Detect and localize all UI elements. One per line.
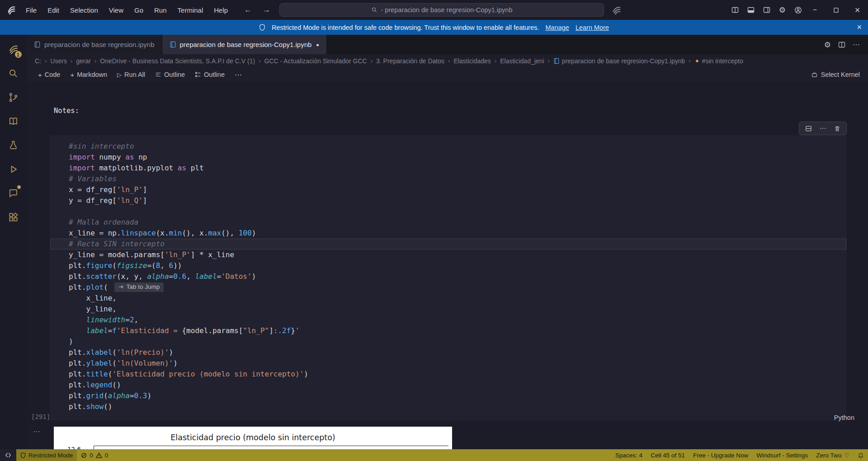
sidebar-item-search[interactable] bbox=[5, 65, 22, 81]
code-line[interactable]: x = df_reg['ln_P'] bbox=[50, 184, 846, 195]
forward-arrow-icon[interactable]: → bbox=[261, 5, 272, 15]
breadcrumb-item[interactable]: Users bbox=[49, 57, 68, 65]
breadcrumb-item[interactable]: GCC - Actualización Simulador GCC bbox=[264, 57, 368, 65]
sidebar-item-testing[interactable] bbox=[5, 137, 22, 153]
breadcrumb-item[interactable]: gerar bbox=[75, 57, 92, 65]
sidebar-item-cascade[interactable]: 1 bbox=[5, 41, 22, 57]
sidebar-item-extensions[interactable] bbox=[5, 209, 22, 225]
code-line[interactable]: plt.figure(figsize=(8, 6)) bbox=[50, 260, 846, 271]
layout-sidebar-right-icon[interactable] bbox=[763, 6, 770, 14]
code-line[interactable]: ) bbox=[50, 336, 846, 347]
add-code-button[interactable]: + Code bbox=[34, 70, 64, 80]
code-line[interactable]: # Malla ordenada bbox=[50, 217, 846, 228]
cell-language-picker[interactable]: Python bbox=[834, 414, 854, 421]
notebook-toolbar: + Code + Markdown ▷ Run All Outline Outl… bbox=[27, 67, 868, 82]
code-line[interactable]: plt.title('Elasticidad precio (modelo si… bbox=[50, 369, 846, 380]
code-line[interactable]: # Recta SIN intercepto bbox=[50, 239, 846, 249]
breadcrumb-item[interactable]: #sin intercepto bbox=[693, 57, 744, 65]
menu-run[interactable]: Run bbox=[149, 4, 172, 16]
sidebar-item-chat[interactable] bbox=[5, 185, 22, 201]
split-cell-icon[interactable] bbox=[802, 123, 815, 134]
code-line[interactable]: y_line = model.params['ln_P'] * x_line bbox=[50, 249, 846, 260]
code-line[interactable]: plt.plot(⇥Tab to Jump bbox=[50, 282, 846, 293]
breadcrumb-item[interactable]: Elasticidad_jeni bbox=[499, 57, 545, 65]
code-line[interactable]: plt.ylabel('ln(Volumen)') bbox=[50, 358, 846, 369]
minimize-button[interactable]: − bbox=[804, 0, 826, 20]
tab-regresion-copy1-ipynb[interactable]: preparacion de base regresion-Copy1.ipyn… bbox=[162, 35, 327, 54]
code-line[interactable]: plt.scatter(x, y, alpha=0.6, label='Dato… bbox=[50, 271, 846, 282]
code-line[interactable]: plt.grid(alpha=0.3) bbox=[50, 390, 846, 401]
code-line[interactable]: plt.legend() bbox=[50, 380, 846, 390]
menu-go[interactable]: Go bbox=[129, 4, 148, 16]
layout-columns-icon[interactable] bbox=[731, 6, 739, 14]
breadcrumb-item[interactable]: 3. Preparación de Datos bbox=[375, 57, 445, 65]
indentation-status[interactable]: Spaces: 4 bbox=[611, 449, 646, 461]
banner-close-icon[interactable]: × bbox=[857, 23, 862, 32]
code-line[interactable]: x_line, bbox=[50, 293, 846, 304]
code-line[interactable]: label=f'Elasticidad = {model.params["ln_… bbox=[50, 325, 846, 336]
code-line[interactable]: #sin intercepto bbox=[50, 141, 846, 152]
manage-link[interactable]: Manage bbox=[546, 24, 569, 31]
menu-file[interactable]: File bbox=[21, 4, 42, 16]
run-all-button[interactable]: ▷ Run All bbox=[113, 70, 149, 80]
error-icon bbox=[81, 452, 87, 458]
breadcrumb-item[interactable]: OneDrive - Business Data Scientists, S.A… bbox=[99, 57, 256, 65]
code-cell[interactable]: #sin interceptoimport numpy as npimport … bbox=[50, 135, 847, 421]
menu-help[interactable]: Help bbox=[209, 4, 233, 16]
windsurf-settings-status[interactable]: Windsurf - Settings bbox=[752, 449, 812, 461]
code-line[interactable]: plt.show() bbox=[50, 401, 846, 412]
output-more-actions-icon[interactable]: ⋯ bbox=[33, 427, 41, 436]
modified-dot-icon[interactable]: ● bbox=[316, 42, 319, 47]
layout-panel-icon[interactable] bbox=[747, 6, 755, 14]
chart-axes-left-border bbox=[94, 446, 94, 449]
delete-cell-icon[interactable] bbox=[831, 123, 844, 134]
settings-gear-icon[interactable]: ⚙ bbox=[779, 5, 786, 14]
code-line[interactable]: y_line, bbox=[50, 304, 846, 315]
upgrade-status[interactable]: Free - Upgrade Now bbox=[689, 449, 752, 461]
account-icon[interactable] bbox=[794, 6, 802, 14]
remote-indicator[interactable] bbox=[0, 449, 16, 461]
notifications-bell[interactable] bbox=[854, 449, 868, 461]
cell-toolbar: ⋯ bbox=[799, 122, 847, 135]
split-editor-icon[interactable] bbox=[838, 41, 845, 48]
code-line[interactable]: x_line = np.linspace(x.min(), x.max(), 1… bbox=[50, 228, 846, 239]
code-line[interactable]: plt.xlabel('ln(Precio)') bbox=[50, 347, 846, 358]
menu-selection[interactable]: Selection bbox=[65, 4, 103, 16]
tab-to-jump-hint[interactable]: ⇥Tab to Jump bbox=[114, 282, 164, 292]
problems-status[interactable]: 0 0 bbox=[77, 449, 112, 461]
theme-status[interactable]: Zero Two ♡ bbox=[812, 449, 854, 461]
learn-more-link[interactable]: Learn More bbox=[576, 24, 609, 31]
code-line[interactable]: y = df_reg['ln_Q'] bbox=[50, 195, 846, 206]
breadcrumb-item[interactable]: C: bbox=[34, 57, 42, 65]
code-line[interactable]: import matplotlib.pyplot as plt bbox=[50, 163, 846, 174]
outline-button-2[interactable]: Outline bbox=[191, 70, 229, 80]
toolbar-more-icon[interactable]: ⋯ bbox=[231, 69, 246, 80]
maximize-button[interactable] bbox=[826, 0, 847, 20]
breadcrumb-item[interactable]: Elasticidades bbox=[453, 57, 492, 65]
cell-position-status[interactable]: Cell 45 of 51 bbox=[646, 449, 689, 461]
sidebar-item-explorer-book[interactable] bbox=[5, 113, 22, 129]
select-kernel-button[interactable]: Select Kernel bbox=[811, 71, 860, 78]
notebook-settings-gear-icon[interactable]: ⚙ bbox=[824, 40, 831, 49]
breadcrumb: C:›Users›gerar›OneDrive - Business Data … bbox=[27, 54, 868, 67]
restricted-mode-status[interactable]: Restricted Mode bbox=[16, 449, 77, 461]
menu-view[interactable]: View bbox=[104, 4, 128, 16]
close-button[interactable]: × bbox=[847, 0, 868, 20]
code-line[interactable]: # Variables bbox=[50, 174, 846, 184]
breadcrumb-item[interactable]: preparacion de base regresion-Copy1.ipyn… bbox=[552, 57, 686, 65]
menu-terminal[interactable]: Terminal bbox=[173, 4, 208, 16]
outline-button-1[interactable]: Outline bbox=[151, 70, 189, 80]
menu-edit[interactable]: Edit bbox=[42, 4, 64, 16]
cell-more-actions-icon[interactable]: ⋯ bbox=[816, 123, 829, 134]
code-line[interactable] bbox=[50, 206, 846, 217]
code-line[interactable]: import numpy as np bbox=[50, 152, 846, 163]
code-line[interactable]: linewidth=2, bbox=[50, 315, 846, 325]
search-text: - preparacion de base regresion-Copy1.ip… bbox=[381, 6, 513, 14]
sidebar-item-run-debug[interactable] bbox=[5, 161, 22, 177]
add-markdown-button[interactable]: + Markdown bbox=[66, 70, 111, 80]
more-actions-icon[interactable]: ⋯ bbox=[853, 40, 860, 49]
search-input[interactable]: - preparacion de base regresion-Copy1.ip… bbox=[279, 3, 604, 17]
back-arrow-icon[interactable]: ← bbox=[242, 5, 254, 15]
sidebar-item-source-control[interactable] bbox=[5, 89, 22, 105]
tab-regresion-ipynb[interactable]: preparacion de base regresion.ipynb bbox=[27, 35, 162, 54]
